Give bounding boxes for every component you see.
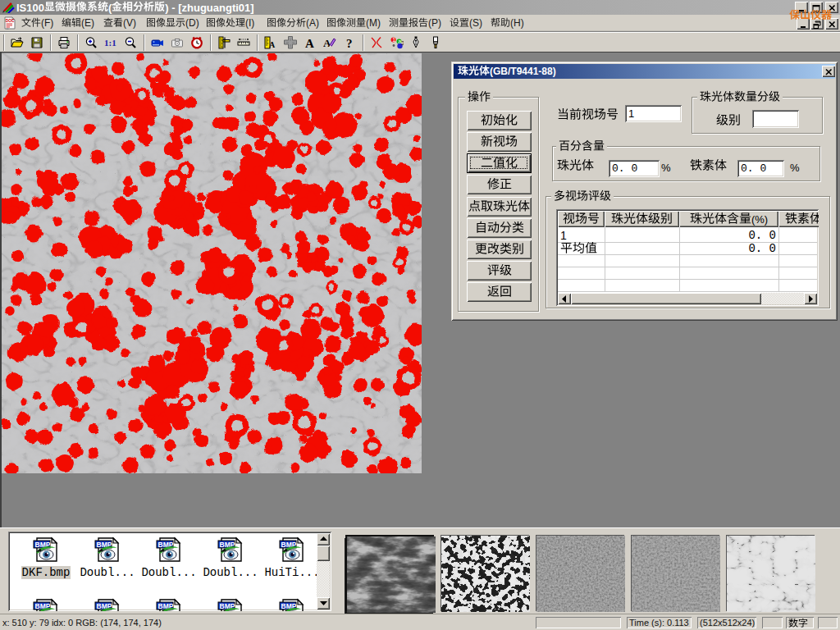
svg-text:A: A [305,36,314,49]
svg-text:1:1: 1:1 [104,38,116,48]
svg-text:A: A [269,40,276,49]
svg-text:A: A [323,37,331,49]
svg-text:3: 3 [401,39,404,46]
svg-text:?: ? [346,36,353,49]
svg-text:1: 1 [392,37,395,43]
svg-text:DOC: DOC [6,19,15,23]
